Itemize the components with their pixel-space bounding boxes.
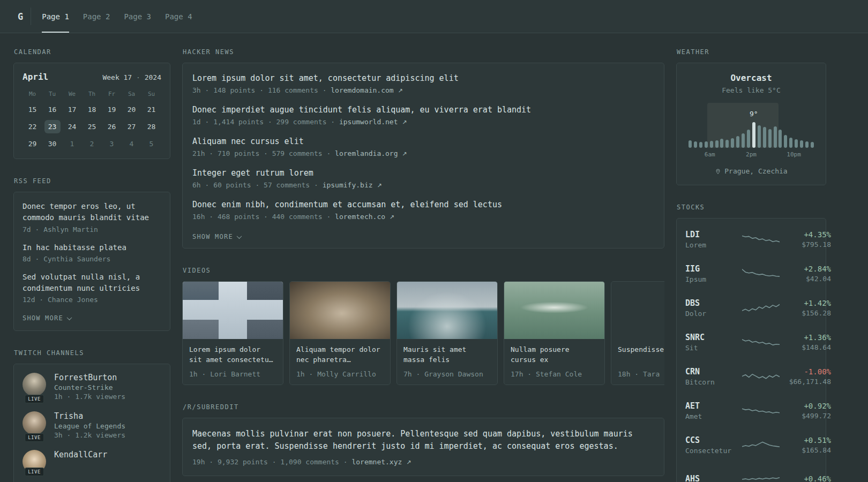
rss-item-title[interactable]: Sed volutpat nulla nisl, a condimentum n… [23,272,161,295]
hn-item-title[interactable]: Aliquam nec cursus elit [192,136,654,147]
hn-item-title[interactable]: Integer eget rutrum lorem [192,168,654,179]
calendar-day[interactable]: 29 [23,135,42,152]
calendar-day[interactable]: 21 [141,101,161,118]
twitch-channel-name[interactable]: Trisha [54,411,125,421]
rss-show-more-button[interactable]: SHOW MORE [23,314,71,322]
calendar-day[interactable]: 2 [82,135,102,152]
stock-row[interactable]: AET Amet +0.92% $499.72 [685,394,817,428]
calendar-day[interactable]: 16 [42,101,62,118]
stock-change: +0.46% [780,475,831,482]
weather-bar [779,130,782,148]
video-title: Suspendisse diam [618,345,664,365]
video-card[interactable]: Lorem ipsum dolor sit amet consectetu… 1… [182,281,283,385]
hn-domain-link[interactable]: loremdomain.com [331,86,393,94]
stock-row[interactable]: DBS Dolor +1.42% $156.28 [685,291,817,325]
external-link-icon: ↗ [402,150,407,157]
video-card[interactable]: Aliquam tempor dolor nec pharetra… 1h · … [289,281,391,385]
weather-bar [720,139,723,148]
calendar-widget-title: CALENDAR [14,48,170,56]
stock-row[interactable]: AHS +0.46% [685,462,817,482]
subreddit-widget: /R/SUBREDDIT Maecenas mollis pulvinar er… [182,403,664,476]
calendar-day[interactable]: 19 [102,101,122,118]
subreddit-post-title[interactable]: Maecenas mollis pulvinar erat non posuer… [192,428,654,453]
subreddit-domain-link[interactable]: loremnet.xyz [351,458,402,466]
hn-domain-link[interactable]: ipsumworld.net [339,118,398,126]
hn-item-title[interactable]: Donec enim nibh, condimentum et accumsan… [192,199,654,210]
stock-row[interactable]: LDI Lorem +4.35% $795.18 [685,222,817,257]
video-title: Aliquam tempor dolor nec pharetra… [296,345,384,365]
twitch-channel[interactable]: LIVE KendallCarr [23,450,161,473]
calendar-day[interactable]: 22 [23,118,42,135]
hn-item-title[interactable]: Lorem ipsum dolor sit amet, consectetur … [192,73,654,84]
stock-sparkline [742,438,780,452]
calendar-card: April Week 17 · 2024 MoTuWeThFrSaSu 1516… [13,63,170,159]
hn-domain-link[interactable]: loremtech.co [335,213,385,221]
stock-symbol: SNRC [685,333,742,342]
stock-row[interactable]: CCS Consectetur +0.51% $165.84 [685,428,817,462]
video-card[interactable]: Mauris sit amet massa felis 7h · Grayson… [396,281,498,385]
stock-change: +0.92% [780,402,831,410]
stock-values: +0.46% [780,475,831,482]
twitch-channel[interactable]: LIVE Trisha League of Legends 3h · 1.2k … [23,411,161,439]
hn-item: Donec imperdiet augue tincidunt felis al… [192,104,654,126]
external-link-icon: ↗ [406,459,411,466]
stock-row[interactable]: IIG Ipsum +2.84% $42.04 [685,257,817,291]
calendar-day[interactable]: 15 [23,101,42,118]
video-card[interactable]: Suspendisse diam 18h · Tara [611,281,664,385]
weather-bar [789,138,792,148]
tab-page-4[interactable]: Page 4 [165,0,192,33]
calendar-day[interactable]: 26 [102,118,122,135]
stock-price: $165.84 [780,446,831,454]
stock-row[interactable]: SNRC Sit +1.36% $148.64 [685,325,817,359]
hn-item-meta: 6h · 60 points · 57 comments · ipsumify.… [192,181,654,189]
video-body: Aliquam tempor dolor nec pharetra… 1h · … [290,339,390,385]
weather-time-labels: 6am 2pm 10pm [689,151,814,160]
rss-item-title[interactable]: In hac habitasse platea [23,242,161,253]
chevron-down-icon [66,315,72,320]
video-body: Suspendisse diam 18h · Tara [611,339,664,385]
twitch-channel[interactable]: LIVE ForrestBurton Counter-Strike 1h · 1… [23,373,161,401]
left-column: CALENDAR April Week 17 · 2024 MoTuWeThFr… [13,48,170,482]
weather-location[interactable]: Prague, Czechia [686,167,816,175]
calendar-day[interactable]: 4 [122,135,141,152]
weather-bar [811,142,814,148]
calendar-day[interactable]: 28 [141,118,161,135]
stock-id: LDI Lorem [685,230,742,249]
calendar-day[interactable]: 27 [122,118,141,135]
calendar-day[interactable]: 17 [62,101,82,118]
calendar-day[interactable]: 25 [82,118,102,135]
stock-row[interactable]: CRN Bitcorn -1.00% $66,171.48 [685,359,817,394]
tab-page-2[interactable]: Page 2 [83,0,110,33]
hn-domain-link[interactable]: loremlandia.org [335,149,398,157]
time-tick: 6am [705,151,715,158]
rss-item-title[interactable]: Donec tempor eros leo, ut commodo mauris… [23,201,161,224]
stock-id: DBS Dolor [685,298,742,318]
weather-bar [710,141,713,148]
rss-item: Donec tempor eros leo, ut commodo mauris… [23,201,161,234]
calendar-day[interactable]: 1 [62,135,82,152]
calendar-day[interactable]: 20 [122,101,141,118]
hackernews-widget-title: HACKER NEWS [183,48,664,56]
calendar-dow-label: We [62,91,82,97]
twitch-avatar: LIVE [23,411,46,439]
calendar-day-selected[interactable]: 23 [42,118,62,135]
calendar-day[interactable]: 3 [102,135,122,152]
video-meta: 7h · Grayson Dawson [403,370,491,378]
video-card[interactable]: Nullam posuere cursus ex 17h · Stefan Co… [504,281,605,385]
calendar-day[interactable]: 18 [82,101,102,118]
app-logo[interactable]: G [13,0,31,33]
calendar-day[interactable]: 5 [141,135,161,152]
hn-item-title[interactable]: Donec imperdiet augue tincidunt felis al… [192,104,654,116]
tab-page-3[interactable]: Page 3 [124,0,151,33]
weather-bar [752,122,755,148]
stock-id: AET Amet [685,401,742,420]
twitch-channel-name[interactable]: ForrestBurton [54,373,125,382]
tab-page-1[interactable]: Page 1 [42,0,69,33]
calendar-day[interactable]: 30 [42,135,62,152]
calendar-day[interactable]: 24 [62,118,82,135]
hn-show-more-button[interactable]: SHOW MORE [192,233,241,240]
hn-meta-text: 3h · 148 points · 116 comments · [192,86,331,94]
hn-domain-link[interactable]: ipsumify.biz [323,181,373,189]
twitch-channel-name[interactable]: KendallCarr [54,450,107,460]
twitch-channel-info: ForrestBurton Counter-Strike 1h · 1.7k v… [54,373,125,401]
